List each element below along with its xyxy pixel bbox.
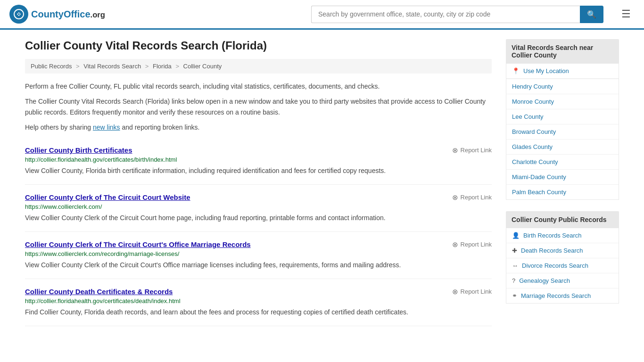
- nearby-county-link-3[interactable]: Broward County: [506, 124, 619, 139]
- result-desc-3: Find Collier County, Florida death recor…: [25, 307, 492, 317]
- result-title-1[interactable]: Collier County Clerk of The Circuit Cour…: [25, 193, 190, 201]
- search-button[interactable]: 🔍: [580, 6, 603, 23]
- search-bar: 🔍: [311, 6, 603, 23]
- result-item: Collier County Clerk of The Circuit Cour…: [25, 232, 492, 279]
- nearby-list: 📍 Use My Location Hendry CountyMonroe Co…: [506, 64, 619, 200]
- nearby-county-5[interactable]: Charlotte County: [506, 155, 619, 170]
- page-container: Collier County Vital Records Search (Flo…: [16, 30, 628, 336]
- public-records-link-item-3[interactable]: ? Genealogy Search: [506, 273, 619, 288]
- result-title-0[interactable]: Collier County Birth Certificates: [25, 146, 132, 154]
- nearby-header: Vital Records Search near Collier County: [506, 39, 619, 64]
- public-records-link-item-0[interactable]: 👤 Birth Records Search: [506, 228, 619, 243]
- public-records-section: Collier County Public Records 👤 Birth Re…: [506, 211, 619, 304]
- breadcrumb-vital-records[interactable]: Vital Records Search: [83, 63, 141, 70]
- result-desc-2: View Collier County Clerk of the Circuit…: [25, 260, 492, 270]
- result-item: Collier County Death Certificates & Reco…: [25, 279, 492, 326]
- nearby-county-0[interactable]: Hendry County: [506, 79, 619, 94]
- nearby-county-link-7[interactable]: Palm Beach County: [506, 185, 619, 199]
- result-url-1[interactable]: https://www.collierclerk.com/: [25, 203, 492, 210]
- report-link-1[interactable]: ⊗ Report Link: [452, 193, 492, 202]
- nearby-county-link-0[interactable]: Hendry County: [506, 79, 619, 94]
- description-3: Help others by sharing new links and rep…: [25, 122, 492, 132]
- nearby-county-6[interactable]: Miami-Dade County: [506, 170, 619, 185]
- report-icon-0: ⊗: [452, 146, 458, 155]
- public-records-link-item-2[interactable]: ↔ Divorce Records Search: [506, 258, 619, 273]
- breadcrumb-collier-county[interactable]: Collier County: [183, 63, 222, 70]
- breadcrumb-florida[interactable]: Florida: [153, 63, 172, 70]
- public-records-icon-3: ?: [512, 277, 515, 284]
- new-links[interactable]: new links: [93, 123, 120, 131]
- main-content: Collier County Vital Records Search (Flo…: [25, 39, 492, 326]
- result-item: Collier County Clerk of The Circuit Cour…: [25, 185, 492, 232]
- public-records-icon-0: 👤: [512, 232, 520, 239]
- public-records-link-item-4[interactable]: ⚭ Marriage Records Search: [506, 288, 619, 303]
- report-link-2[interactable]: ⊗ Report Link: [452, 240, 492, 249]
- public-records-link-2[interactable]: ↔ Divorce Records Search: [506, 258, 619, 273]
- use-location-label: Use My Location: [523, 67, 569, 74]
- nearby-county-3[interactable]: Broward County: [506, 124, 619, 140]
- sidebar: Vital Records Search near Collier County…: [506, 39, 619, 326]
- result-url-0[interactable]: http://collier.floridahealth.gov/certifi…: [25, 156, 492, 163]
- nearby-county-2[interactable]: Lee County: [506, 109, 619, 124]
- nearby-county-7[interactable]: Palm Beach County: [506, 185, 619, 199]
- menu-button[interactable]: ☰: [618, 6, 635, 22]
- site-header: CountyOffice.org 🔍 ☰: [0, 0, 644, 30]
- breadcrumb: Public Records > Vital Records Search > …: [25, 59, 492, 74]
- nearby-county-1[interactable]: Monroe County: [506, 94, 619, 109]
- result-header-2: Collier County Clerk of The Circuit Cour…: [25, 240, 492, 250]
- logo-text: CountyOffice.org: [31, 9, 105, 20]
- nearby-county-link-6[interactable]: Miami-Dade County: [506, 170, 619, 184]
- public-records-link-1[interactable]: ✚ Death Records Search: [506, 243, 619, 258]
- logo[interactable]: CountyOffice.org: [9, 5, 105, 24]
- report-icon-3: ⊗: [452, 288, 458, 296]
- report-icon-2: ⊗: [452, 240, 458, 249]
- result-title-3[interactable]: Collier County Death Certificates & Reco…: [25, 288, 173, 296]
- public-records-link-4[interactable]: ⚭ Marriage Records Search: [506, 288, 619, 303]
- nearby-county-link-2[interactable]: Lee County: [506, 109, 619, 124]
- location-icon: 📍: [512, 67, 520, 74]
- public-records-links-container: 👤 Birth Records Search ✚ Death Records S…: [506, 228, 619, 303]
- nearby-county-link-4[interactable]: Glades County: [506, 140, 619, 154]
- public-records-link-item-1[interactable]: ✚ Death Records Search: [506, 243, 619, 258]
- page-title: Collier County Vital Records Search (Flo…: [25, 39, 492, 52]
- public-records-link-3[interactable]: ? Genealogy Search: [506, 273, 619, 288]
- public-records-icon-4: ⚭: [512, 292, 517, 299]
- description-1: Perform a free Collier County, FL public…: [25, 81, 492, 91]
- result-url-2[interactable]: https://www.collierclerk.com/recording/m…: [25, 250, 492, 257]
- result-desc-1: View Collier County Clerk of the Circuit…: [25, 213, 492, 223]
- result-header-1: Collier County Clerk of The Circuit Cour…: [25, 193, 492, 203]
- results-container: Collier County Birth Certificates ⊗ Repo…: [25, 138, 492, 326]
- report-link-0[interactable]: ⊗ Report Link: [452, 146, 492, 155]
- nearby-county-link-1[interactable]: Monroe County: [506, 94, 619, 109]
- search-input[interactable]: [311, 6, 580, 23]
- public-records-link-0[interactable]: 👤 Birth Records Search: [506, 228, 619, 243]
- result-header-3: Collier County Death Certificates & Reco…: [25, 288, 492, 297]
- description-2: The Collier County Vital Records Search …: [25, 96, 492, 117]
- nearby-counties-container: Hendry CountyMonroe CountyLee CountyBrow…: [506, 79, 619, 199]
- result-url-3[interactable]: http://collier.floridahealth.gov/certifi…: [25, 297, 492, 304]
- public-records-header: Collier County Public Records: [506, 211, 619, 228]
- svg-point-1: [18, 13, 20, 15]
- result-header-0: Collier County Birth Certificates ⊗ Repo…: [25, 146, 492, 156]
- breadcrumb-public-records[interactable]: Public Records: [31, 63, 72, 70]
- public-records-icon-2: ↔: [512, 262, 518, 269]
- result-title-2[interactable]: Collier County Clerk of The Circuit Cour…: [25, 240, 251, 248]
- public-records-list: 👤 Birth Records Search ✚ Death Records S…: [506, 228, 619, 304]
- nearby-county-4[interactable]: Glades County: [506, 140, 619, 155]
- report-link-3[interactable]: ⊗ Report Link: [452, 288, 492, 296]
- logo-icon: [9, 5, 28, 24]
- result-item: Collier County Birth Certificates ⊗ Repo…: [25, 138, 492, 185]
- nearby-county-link-5[interactable]: Charlotte County: [506, 155, 619, 169]
- report-icon-1: ⊗: [452, 193, 458, 202]
- nearby-section: Vital Records Search near Collier County…: [506, 39, 619, 200]
- use-location-item[interactable]: 📍 Use My Location: [506, 64, 619, 79]
- public-records-icon-1: ✚: [512, 247, 517, 254]
- result-desc-0: View Collier County, Florida birth certi…: [25, 166, 492, 176]
